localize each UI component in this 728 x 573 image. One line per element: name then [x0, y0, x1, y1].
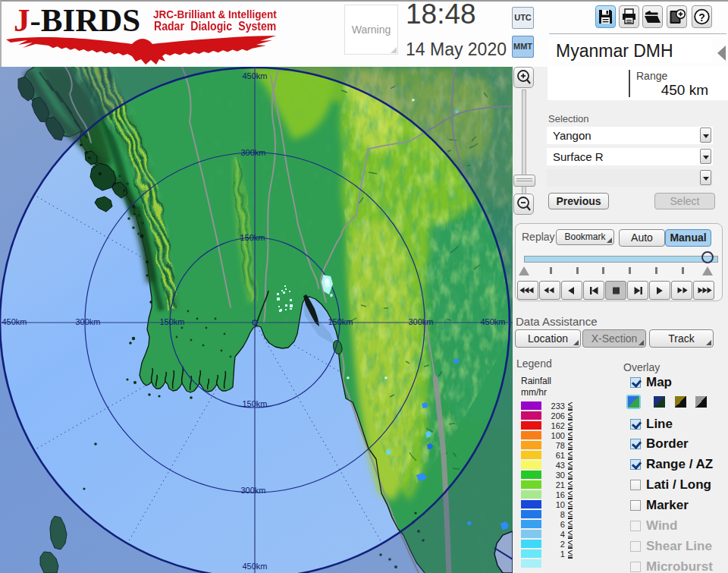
svg-text:150km: 150km [242, 399, 267, 408]
svg-text:300km: 300km [240, 486, 265, 495]
svg-text:150km: 150km [328, 317, 353, 326]
svg-text:450km: 450km [242, 71, 267, 80]
svg-text:300km: 300km [408, 317, 433, 326]
svg-text:150km: 150km [240, 233, 265, 242]
svg-text:300km: 300km [75, 317, 100, 326]
svg-text:450km: 450km [2, 317, 27, 326]
svg-text:450km: 450km [480, 317, 505, 326]
svg-text:150km: 150km [159, 317, 184, 326]
svg-text:?: ? [698, 11, 705, 24]
svg-text:450km: 450km [242, 562, 267, 571]
svg-text:300km: 300km [240, 148, 265, 157]
